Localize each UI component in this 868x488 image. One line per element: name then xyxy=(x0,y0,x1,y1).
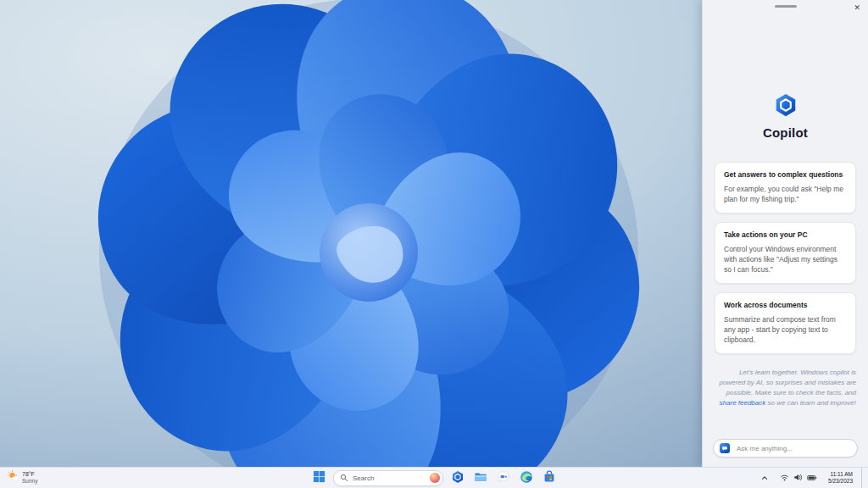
weather-temperature: 78°F xyxy=(22,471,37,479)
clock-time: 11:11 AM xyxy=(831,471,854,478)
copilot-icon xyxy=(451,470,465,486)
file-explorer-icon xyxy=(474,470,487,486)
weather-widget[interactable]: 78°F Sunny xyxy=(0,468,44,488)
show-desktop-button[interactable] xyxy=(861,468,865,488)
weather-condition: Sunny xyxy=(22,478,37,485)
disclaimer-after: so we can learn and improve! xyxy=(765,399,856,407)
taskbar-store-button[interactable] xyxy=(541,469,558,486)
card-body: Summarize and compose text from any app … xyxy=(724,314,847,346)
card-body: Control your Windows environment with ac… xyxy=(724,244,847,275)
weather-text: 78°F Sunny xyxy=(22,471,37,485)
speaker-icon xyxy=(793,470,803,485)
share-feedback-link[interactable]: share feedback xyxy=(720,399,766,407)
battery-icon xyxy=(807,470,817,485)
taskbar: 78°F Sunny xyxy=(0,467,868,488)
suggestion-card-answers[interactable]: Get answers to complex questions For exa… xyxy=(715,162,856,214)
panel-title: Copilot xyxy=(703,125,868,140)
card-title: Take actions on your PC xyxy=(724,230,847,239)
copilot-chat-icon xyxy=(720,443,730,453)
ask-input-container xyxy=(713,439,858,458)
microsoft-store-icon xyxy=(542,470,556,486)
copilot-panel: ✕ Copilot Get answers to complex questio… xyxy=(702,0,868,468)
disclaimer-text: Let's learn together. Windows copilot is… xyxy=(715,368,856,408)
taskbar-search[interactable]: Search xyxy=(333,470,443,486)
sun-icon xyxy=(7,470,19,485)
clock[interactable]: 11:11 AM 5/23/2023 xyxy=(826,469,855,487)
taskbar-copilot-button[interactable] xyxy=(449,469,466,486)
search-label: Search xyxy=(353,474,426,482)
suggestion-cards: Get answers to complex questions For exa… xyxy=(715,162,856,354)
magnifier-icon xyxy=(340,470,348,485)
disclaimer-before: Let's learn together. Windows copilot is… xyxy=(719,369,856,396)
clock-date: 5/23/2023 xyxy=(828,478,853,485)
ask-input[interactable] xyxy=(735,444,851,453)
card-body: For example, you could ask "Help me plan… xyxy=(724,184,847,205)
card-title: Get answers to complex questions xyxy=(724,170,847,179)
taskbar-edge-button[interactable] xyxy=(518,469,535,486)
card-title: Work across documents xyxy=(724,301,847,309)
system-tray: 11:11 AM 5/23/2023 xyxy=(758,468,865,488)
chat-icon xyxy=(497,470,510,486)
quick-settings-button[interactable] xyxy=(777,469,820,487)
start-button[interactable] xyxy=(310,469,327,486)
chevron-up-icon xyxy=(760,470,769,485)
panel-drag-handle[interactable] xyxy=(775,5,797,8)
screen: ✕ Copilot Get answers to complex questio… xyxy=(0,0,868,488)
close-icon[interactable]: ✕ xyxy=(852,3,862,14)
taskbar-file-explorer-button[interactable] xyxy=(472,469,489,486)
suggestion-card-actions[interactable]: Take actions on your PC Control your Win… xyxy=(715,222,856,284)
taskbar-chat-button[interactable] xyxy=(495,469,512,486)
tray-overflow-button[interactable] xyxy=(758,469,771,487)
suggestion-card-documents[interactable]: Work across documents Summarize and comp… xyxy=(715,292,856,354)
taskbar-center: Search xyxy=(310,468,558,488)
windows-logo-icon xyxy=(313,470,326,485)
wifi-icon xyxy=(780,470,789,485)
copilot-logo-icon xyxy=(703,92,868,118)
edge-icon xyxy=(520,470,533,486)
bing-daily-icon xyxy=(430,473,440,483)
